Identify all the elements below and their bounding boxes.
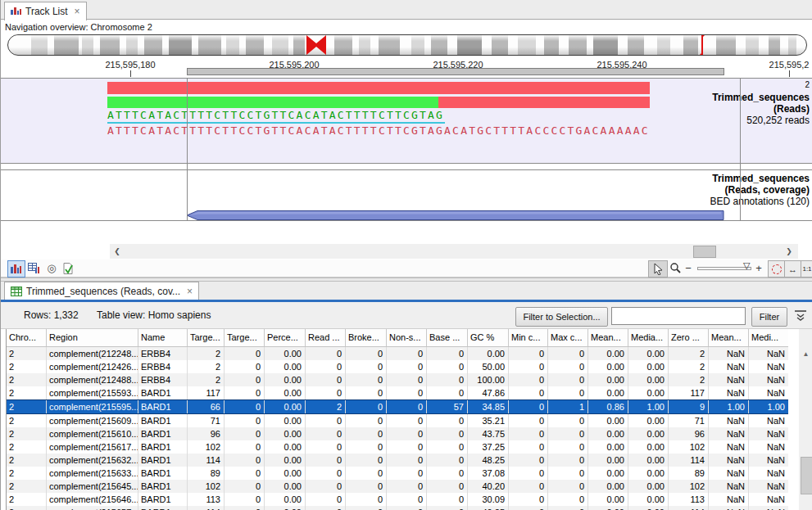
table-cell: BARD1 xyxy=(138,440,188,454)
table-row[interactable]: 2complement(215609...BARD17100.00000035.… xyxy=(7,414,788,427)
column-header[interactable]: Chro... xyxy=(7,329,47,346)
table-cell: 0 xyxy=(346,493,387,506)
column-header[interactable]: Medi... xyxy=(749,329,788,346)
tab-label: Track List xyxy=(25,6,68,17)
tab-table-view[interactable]: Trimmed_sequences (Reads, cov... × xyxy=(4,282,199,300)
track-chart-icon xyxy=(11,264,22,274)
table-cell: 37.25 xyxy=(468,440,509,454)
table-row[interactable]: 2complement(212248...ERBB4200.0000000.00… xyxy=(7,347,788,360)
table-row[interactable]: 2complement(215632...BARD111400.00000048… xyxy=(7,454,788,467)
table-cell: 114 xyxy=(669,454,709,467)
column-header[interactable]: Max c... xyxy=(548,329,588,346)
column-header[interactable]: Media... xyxy=(628,329,669,346)
tab-close-icon[interactable]: × xyxy=(75,6,80,17)
table-cell: 0.00 xyxy=(468,347,509,360)
table-row[interactable]: 2complement(215657...BARD111400.00000040… xyxy=(7,506,788,510)
table-cell: 89 xyxy=(188,467,225,480)
column-header[interactable]: Broke... xyxy=(346,329,387,346)
table-cell: 57 xyxy=(427,400,468,413)
filter-search-input[interactable] xyxy=(611,307,746,325)
table-row[interactable]: 2complement(215646...BARD111300.00000030… xyxy=(7,493,788,506)
scroll-right-icon[interactable]: ❯ xyxy=(783,246,795,257)
table-cell: 0.00 xyxy=(588,427,628,440)
column-header[interactable]: Read ... xyxy=(306,329,346,346)
vscrollbar-thumb[interactable] xyxy=(801,457,812,494)
table-cell: NaN xyxy=(709,347,749,360)
scroll-up-icon[interactable]: ▲ xyxy=(799,347,812,360)
tab-close-icon[interactable]: × xyxy=(187,286,193,297)
history-view-button[interactable]: ◎ xyxy=(43,260,60,276)
table-row[interactable]: 2complement(215593...BARD111700.00000047… xyxy=(7,386,788,399)
table-cell: 0 xyxy=(427,373,468,386)
table-cell: 0 xyxy=(509,493,548,506)
table-cell: 0 xyxy=(427,386,468,399)
table-row[interactable]: 2complement(215595...BARD16600.002005734… xyxy=(7,399,788,414)
column-header[interactable]: Targe... xyxy=(188,329,225,346)
forward-read-bar[interactable] xyxy=(107,97,438,108)
table-cell: 96 xyxy=(188,427,225,440)
track-horizontal-scrollbar[interactable]: ❮ ❯ xyxy=(110,244,798,259)
ruler-selection-bar[interactable] xyxy=(187,68,724,75)
table-cell: 0.00 xyxy=(628,493,669,506)
table-cell: 0 xyxy=(346,386,387,399)
table-row[interactable]: 2complement(215610...BARD19600.00000043.… xyxy=(7,427,788,440)
table-cell: 0 xyxy=(548,427,588,440)
tab-track-list[interactable]: Track List × xyxy=(4,2,87,20)
hscrollbar-thumb[interactable] xyxy=(693,246,716,258)
zoom-selection-button[interactable] xyxy=(768,260,785,278)
table-cell: 0 xyxy=(306,427,346,440)
table-row[interactable]: 2complement(215617...BARD110200.00000037… xyxy=(7,440,788,454)
table-row[interactable]: 2complement(215633...BARD18900.00000037.… xyxy=(7,467,788,480)
table-view-button[interactable] xyxy=(25,260,42,276)
advanced-filter-button[interactable] xyxy=(792,309,809,323)
track-view-button[interactable] xyxy=(7,260,25,278)
pointer-tool-button[interactable] xyxy=(648,260,668,278)
table-cell: 0.00 xyxy=(628,506,669,510)
table-cell: 2 xyxy=(188,373,225,386)
filter-to-selection-button[interactable]: Filter to Selection... xyxy=(515,307,608,327)
reverse-read-bar[interactable] xyxy=(107,82,650,94)
column-header[interactable]: Min c... xyxy=(509,329,548,346)
column-header[interactable]: GC % xyxy=(468,329,509,346)
column-header[interactable]: Region xyxy=(47,329,138,346)
reverse-read-bar-overlap[interactable] xyxy=(438,97,650,108)
zoom-in-icon[interactable]: + xyxy=(753,260,764,276)
table-cell: 114 xyxy=(188,506,225,510)
table-row[interactable]: 2complement(212488...ERBB4200.000000100.… xyxy=(7,373,788,386)
fit-width-button[interactable]: ↔ xyxy=(784,260,801,278)
table-cell: 2 xyxy=(7,440,47,454)
table-cell: 0 xyxy=(387,440,427,454)
sequence-underline xyxy=(107,122,445,124)
table-row[interactable]: 2complement(212426...ERBB4200.00000050.0… xyxy=(7,360,788,373)
ideogram-shading xyxy=(8,35,806,55)
table-cell: 0 xyxy=(346,360,387,373)
table-vertical-scrollbar[interactable]: ▲ xyxy=(799,329,812,510)
table-cell: NaN xyxy=(709,440,749,454)
table-cell: 0.00 xyxy=(588,386,628,399)
scroll-left-icon[interactable]: ❮ xyxy=(111,246,123,257)
zoom-slider-thumb[interactable]: ▽ xyxy=(743,260,750,271)
table-cell: 43.75 xyxy=(468,427,509,440)
column-header[interactable]: Base ... xyxy=(427,329,468,346)
column-header[interactable]: Perce... xyxy=(265,329,306,346)
zoom-100-button[interactable]: 1:1 xyxy=(801,260,812,278)
column-header[interactable]: Mean... xyxy=(709,329,749,346)
coverage-track[interactable]: Trimmed_sequences (Reads, coverage) BED … xyxy=(1,169,812,221)
bed-annotation-bar[interactable] xyxy=(187,210,724,220)
filter-button[interactable]: Filter xyxy=(751,307,787,327)
table-cell: 0 xyxy=(427,506,468,510)
column-header[interactable]: Mean... xyxy=(588,329,628,346)
table-cell: 0 xyxy=(548,373,588,386)
chromosome-ideogram[interactable] xyxy=(7,34,807,56)
reads-track[interactable]: 2 Trimmed_sequences (Reads) 520,252 read… xyxy=(1,78,812,164)
table-row[interactable]: 2complement(215645...BARD110200.00000040… xyxy=(7,480,788,493)
column-header[interactable]: Zero ... xyxy=(669,329,709,346)
forward-sequence-text: ATTTCATACTTTTCTTCCTGTTCACATACTTTTCTTCGTA… xyxy=(107,109,444,121)
table-cell: NaN xyxy=(749,440,788,454)
column-header[interactable]: Name xyxy=(138,329,188,346)
element-info-button[interactable] xyxy=(60,260,76,276)
column-header[interactable]: Targe... xyxy=(225,329,265,346)
column-header[interactable]: Non-s... xyxy=(387,329,427,346)
zoom-tool-button[interactable] xyxy=(668,260,683,276)
zoom-out-icon[interactable]: − xyxy=(683,260,694,276)
